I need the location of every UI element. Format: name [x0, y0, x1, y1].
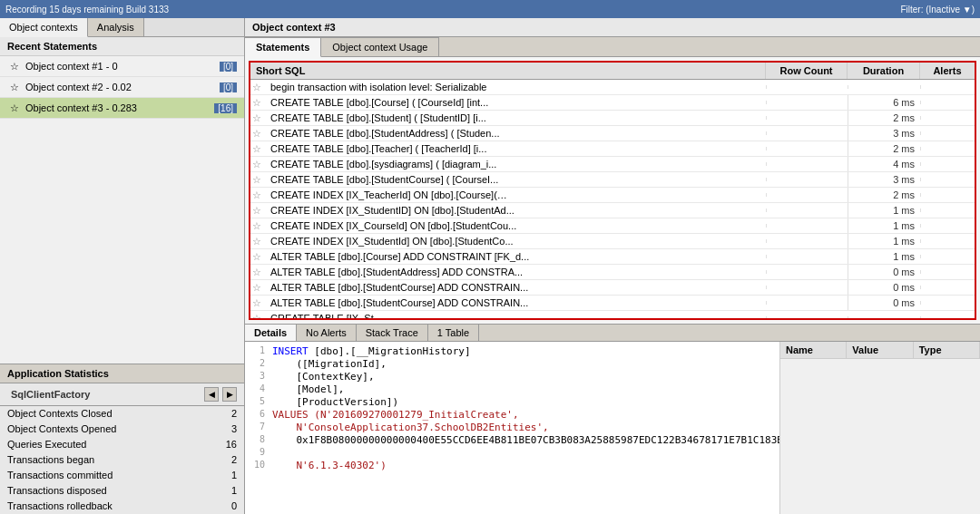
stmt-alerts	[920, 162, 975, 166]
stmt-row[interactable]: ☆CREATE TABLE [dbo].[sysdiagrams] ( [dia…	[250, 157, 975, 172]
stmt-rowcount	[766, 101, 848, 104]
stmt-star-icon: ☆	[252, 174, 267, 186]
stmt-star-icon: ☆	[252, 236, 267, 247]
app-stats: Application Statistics SqlClientFactory …	[0, 364, 244, 514]
stat-value-0: 2	[231, 408, 237, 419]
code-line: 10 N'6.1.3-40302')	[249, 460, 776, 472]
stat-value-3: 2	[231, 454, 237, 465]
stmt-sql-text: ALTER TABLE [dbo].[StudentCourse] ADD CO…	[269, 296, 766, 310]
context-badge-2: [0]	[220, 82, 237, 92]
stmt-rowcount	[766, 255, 848, 258]
context-item-1[interactable]: ☆ Object context #1 - 0 [0]	[0, 56, 244, 77]
stmt-star-icon: ☆	[252, 313, 267, 319]
stmt-duration: 4 ms	[848, 157, 920, 171]
context-name-2: Object context #2 - 0.02	[25, 82, 216, 92]
detail-content: 1INSERT [dbo].[__MigrationHistory]2 ([Mi…	[245, 342, 980, 514]
stats-nav-next[interactable]: ▶	[222, 387, 237, 402]
stmt-duration: 6 ms	[848, 95, 920, 110]
stats-section-label: SqlClientFactory	[4, 386, 97, 402]
stmt-row[interactable]: ☆CREATE INDEX [IX_CourseId] ON [dbo].[St…	[250, 218, 975, 234]
detail-tab-stack-trace[interactable]: Stack Trace	[357, 325, 428, 341]
stmt-star-icon: ☆	[252, 220, 267, 232]
stmt-row[interactable]: ☆CREATE INDEX [IX_StudentID] ON [dbo].[S…	[250, 203, 975, 218]
stmt-row[interactable]: ☆CREATE TABLE [dbo].[StudentAddress] ( […	[250, 126, 975, 141]
stmt-alerts	[920, 224, 975, 228]
stat-row-1: Object Contexts Opened 3	[0, 422, 244, 437]
stmt-sql-text: ALTER TABLE [dbo].[StudentCourse] ADD CO…	[269, 280, 766, 295]
stmt-row[interactable]: ☆ALTER TABLE [dbo].[Course] ADD CONSTRAI…	[250, 249, 975, 265]
stmt-sql-text: CREATE INDEX [IX_TeacherId] ON [dbo].[Co…	[269, 188, 766, 202]
stmt-alerts	[920, 316, 975, 318]
top-bar: Recording 15 days remaining Build 3133 F…	[0, 0, 980, 18]
detail-tab-no-alerts[interactable]: No Alerts	[297, 325, 357, 341]
stmt-duration	[848, 316, 920, 318]
stmt-row[interactable]: ☆CREATE INDEX [IX_StudentId] ON [dbo].[S…	[250, 234, 975, 249]
stmt-row[interactable]: ☆CREATE TABLE [dbo].[Teacher] ( [Teacher…	[250, 141, 975, 157]
stmt-sql-text: begin transaction with isolation level: …	[269, 80, 766, 94]
stat-label-0: Object Contexts Closed	[7, 408, 113, 419]
code-panel: 1INSERT [dbo].[__MigrationHistory]2 ([Mi…	[245, 342, 780, 514]
stmt-row[interactable]: ☆CREATE TABLE [dbo].[StudentCourse] ( [C…	[250, 172, 975, 188]
stmt-sql-text: CREATE TABLE [dbo].[Course] ( [CourseId]…	[269, 95, 766, 110]
stat-label-4: Transactions committed	[7, 470, 113, 480]
stmt-rowcount	[766, 131, 848, 135]
stmt-star-icon: ☆	[252, 128, 267, 140]
params-header: Name Value Type	[780, 342, 980, 359]
stmt-duration: 0 ms	[848, 265, 920, 279]
code-text: N'ConsoleApplication37.SchoolDB2Entities…	[272, 422, 549, 434]
col-sql-header: Short SQL	[250, 63, 766, 79]
stmt-duration: 0 ms	[848, 280, 920, 295]
stats-nav-prev[interactable]: ◀	[204, 387, 219, 402]
stat-value-6: 0	[231, 500, 237, 511]
stmt-duration: 1 ms	[848, 203, 920, 218]
code-text: [ContextKey],	[272, 371, 375, 383]
stmt-row[interactable]: ☆begin transaction with isolation level:…	[250, 80, 975, 95]
stmt-sql-text: CREATE TABLE [dbo].[Teacher] ( [TeacherI…	[269, 141, 766, 156]
stmt-duration	[848, 85, 920, 89]
stmt-alerts	[920, 270, 975, 274]
stmt-row[interactable]: ☆CREATE TABLE [IX_St...	[250, 311, 975, 318]
right-tabs: Statements Object context Usage	[245, 37, 980, 57]
stmt-row[interactable]: ☆CREATE INDEX [IX_TeacherId] ON [dbo].[C…	[250, 188, 975, 203]
stmt-alerts	[920, 178, 975, 181]
stmt-rowcount	[766, 178, 848, 181]
context-item-3[interactable]: ☆ Object context #3 - 0.283 [16]	[0, 98, 244, 119]
stmt-rowcount	[766, 147, 848, 150]
line-number: 7	[249, 422, 265, 434]
code-line: 5 [ProductVersion])	[249, 396, 776, 409]
stmt-alerts	[920, 255, 975, 258]
tab-statements[interactable]: Statements	[245, 37, 321, 57]
context-badge-3: [16]	[214, 103, 237, 113]
stmt-duration: 1 ms	[848, 234, 920, 248]
stmt-duration: 3 ms	[848, 126, 920, 141]
code-line: 6VALUES (N'201609270001279_InitialCreate…	[249, 409, 776, 422]
tab-object-context-usage[interactable]: Object context Usage	[321, 37, 439, 56]
stat-row-0: Object Contexts Closed 2	[0, 406, 244, 422]
stmt-rowcount	[766, 239, 848, 243]
stmt-row[interactable]: ☆ALTER TABLE [dbo].[StudentCourse] ADD C…	[250, 296, 975, 311]
stmt-row[interactable]: ☆CREATE TABLE [dbo].[Student] ( [Student…	[250, 111, 975, 126]
stmt-star-icon: ☆	[252, 251, 267, 263]
stmt-duration: 2 ms	[848, 141, 920, 156]
params-col-type: Type	[914, 342, 980, 358]
statements-header: Short SQL Row Count Duration Alerts	[250, 63, 975, 80]
stmt-row[interactable]: ☆ALTER TABLE [dbo].[StudentAddress] ADD …	[250, 265, 975, 280]
code-text: [ProductVersion])	[272, 396, 398, 409]
stmt-star-icon: ☆	[252, 297, 267, 309]
detail-tab-details[interactable]: Details	[245, 325, 297, 341]
col-alerts-header: Alerts	[920, 63, 975, 79]
line-number: 10	[249, 460, 265, 472]
line-number: 8	[249, 434, 265, 447]
stmt-sql-text: CREATE INDEX [IX_StudentId] ON [dbo].[St…	[269, 234, 766, 248]
stmt-row[interactable]: ☆CREATE TABLE [dbo].[Course] ( [CourseId…	[250, 95, 975, 111]
detail-tabs: Details No Alerts Stack Trace 1 Table	[245, 325, 980, 342]
params-col-value: Value	[847, 342, 913, 358]
detail-tab-1-table[interactable]: 1 Table	[428, 325, 479, 341]
tab-analysis[interactable]: Analysis	[88, 18, 144, 36]
left-tabs: Object contexts Analysis	[0, 18, 244, 37]
tab-object-contexts[interactable]: Object contexts	[0, 18, 88, 37]
stmt-row[interactable]: ☆ALTER TABLE [dbo].[StudentCourse] ADD C…	[250, 280, 975, 296]
code-line: 3 [ContextKey],	[249, 371, 776, 383]
stmt-star-icon: ☆	[252, 82, 267, 93]
context-item-2[interactable]: ☆ Object context #2 - 0.02 [0]	[0, 77, 244, 98]
